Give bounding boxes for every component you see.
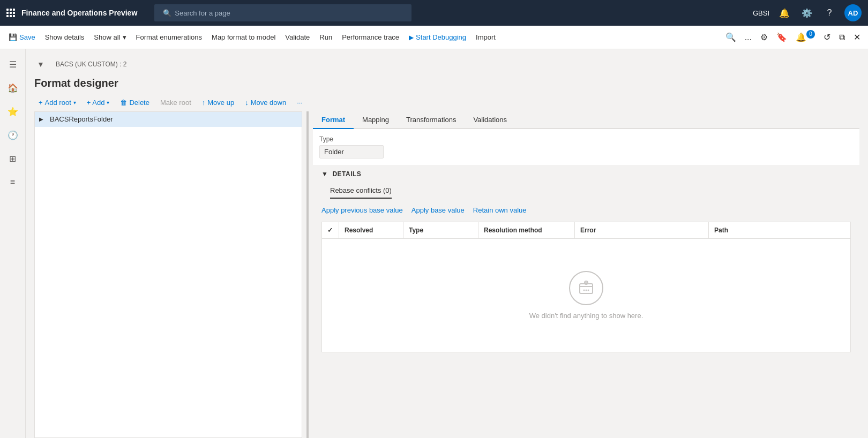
- search-box[interactable]: 🔍 Search for a page: [154, 4, 411, 21]
- tab-format[interactable]: Format: [313, 111, 354, 129]
- details-section: ▼ DETAILS Rebase conflicts (0) Apply pre…: [313, 165, 859, 438]
- move-down-icon: ↓: [245, 99, 249, 107]
- filter-icon[interactable]: ▼: [30, 54, 51, 75]
- show-all-button[interactable]: Show all ▾: [89, 30, 130, 44]
- panel-splitter[interactable]: [306, 111, 309, 438]
- type-label: Type: [319, 135, 853, 143]
- retain-own-value-button[interactable]: Retain own value: [473, 206, 527, 214]
- delete-button[interactable]: 🗑 Delete: [116, 96, 154, 109]
- notification-btn[interactable]: 🔔: [777, 5, 792, 20]
- popout-cmd-icon[interactable]: ⧉: [836, 29, 848, 46]
- type-value: Folder: [319, 145, 384, 158]
- add-button[interactable]: + Add ▾: [83, 96, 114, 109]
- tab-mapping[interactable]: Mapping: [354, 111, 398, 129]
- sidebar-workspaces-btn[interactable]: ⊞: [2, 148, 24, 169]
- show-all-chevron-icon: ▾: [123, 33, 126, 41]
- sidebar-home-btn[interactable]: 🏠: [2, 77, 24, 99]
- col-type: Type: [403, 222, 478, 238]
- move-up-icon: ↑: [202, 99, 206, 107]
- import-button[interactable]: Import: [472, 30, 500, 44]
- empty-state-icon: [569, 271, 603, 305]
- top-bar-right: GBSI 🔔 ⚙️ ? AD: [753, 4, 862, 21]
- tree-row[interactable]: ▶ BACSReportsFolder: [35, 112, 302, 127]
- col-resolved: Resolved: [339, 222, 403, 238]
- col-check: ✓: [322, 222, 339, 238]
- run-button[interactable]: Run: [315, 30, 336, 44]
- delete-icon: 🗑: [120, 99, 127, 107]
- svg-rect-0: [580, 284, 593, 293]
- add-root-button[interactable]: + Add root ▾: [34, 96, 80, 109]
- empty-state-text: We didn't find anything to show here.: [529, 312, 643, 320]
- notification-badge: 0: [806, 30, 815, 39]
- col-path: Path: [709, 222, 850, 238]
- details-title: DETAILS: [332, 170, 361, 178]
- search-icon: 🔍: [163, 9, 171, 17]
- app-title: Finance and Operations Preview: [21, 9, 137, 17]
- apply-base-value-button[interactable]: Apply base value: [411, 206, 465, 214]
- help-btn[interactable]: ?: [822, 5, 837, 20]
- tree-toggle-icon[interactable]: ▶: [39, 116, 48, 122]
- apply-previous-base-value-button[interactable]: Apply previous base value: [321, 206, 403, 214]
- more-cmd-button[interactable]: ...: [742, 29, 755, 46]
- format-enumerations-button[interactable]: Format enumerations: [132, 30, 207, 44]
- close-cmd-icon[interactable]: ✕: [850, 29, 864, 46]
- org-code: GBSI: [753, 9, 769, 17]
- save-button[interactable]: 💾 Save: [4, 30, 40, 44]
- more-toolbar-button[interactable]: ···: [293, 96, 307, 109]
- rebase-table: ✓ Resolved Type Resolution method Error …: [321, 222, 851, 352]
- split-panel: ▶ BACSReportsFolder Format Mapping Trans…: [26, 111, 868, 438]
- breadcrumb: BACS (UK CUSTOM) : 2: [56, 61, 126, 68]
- search-cmd-icon[interactable]: 🔍: [722, 29, 739, 46]
- svg-point-2: [583, 290, 585, 291]
- col-error: Error: [575, 222, 709, 238]
- show-details-button[interactable]: Show details: [41, 30, 89, 44]
- tab-transformations[interactable]: Transformations: [398, 111, 465, 129]
- validate-button[interactable]: Validate: [281, 30, 314, 44]
- top-bar: Finance and Operations Preview 🔍 Search …: [0, 0, 868, 26]
- settings-btn[interactable]: ⚙️: [799, 5, 814, 20]
- col-resolution-method: Resolution method: [478, 222, 575, 238]
- add-root-chevron-icon: ▾: [73, 100, 76, 105]
- user-avatar[interactable]: AD: [844, 4, 862, 21]
- left-sidebar: ☰ 🏠 ⭐ 🕐 ⊞ ≡: [0, 49, 26, 438]
- performance-trace-button[interactable]: Performance trace: [338, 30, 403, 44]
- svg-point-3: [586, 290, 587, 291]
- svg-point-4: [588, 290, 589, 291]
- tab-bar: Format Mapping Transformations Validatio…: [313, 111, 859, 129]
- start-debugging-button[interactable]: ▶ Start Debugging: [405, 30, 470, 44]
- main-layout: ☰ 🏠 ⭐ 🕐 ⊞ ≡ ▼ BACS (UK CUSTOM) : 2 Forma…: [0, 49, 868, 438]
- tab-validations[interactable]: Validations: [465, 111, 515, 129]
- format-toolbar: + Add root ▾ + Add ▾ 🗑 Delete Make root …: [26, 94, 868, 111]
- details-header: ▼ DETAILS: [313, 165, 859, 183]
- details-collapse-icon[interactable]: ▼: [321, 170, 328, 178]
- sidebar-modules-btn[interactable]: ≡: [2, 171, 24, 193]
- tree-node-label: BACSReportsFolder: [50, 115, 113, 123]
- sidebar-recent-btn[interactable]: 🕐: [2, 124, 24, 146]
- refresh-cmd-icon[interactable]: ↺: [820, 29, 834, 46]
- type-panel: Type Folder: [313, 129, 859, 165]
- page-title: Format designer: [26, 75, 868, 94]
- table-header: ✓ Resolved Type Resolution method Error …: [322, 222, 850, 239]
- search-placeholder: Search for a page: [175, 9, 230, 17]
- app-grid-icon[interactable]: [6, 9, 15, 17]
- rebase-conflicts-tab[interactable]: Rebase conflicts (0): [330, 183, 392, 199]
- move-up-button[interactable]: ↑ Move up: [198, 96, 238, 109]
- make-root-button[interactable]: Make root: [156, 96, 196, 109]
- add-root-plus-icon: +: [39, 99, 43, 107]
- command-bar: 💾 Save Show details Show all ▾ Format en…: [0, 26, 868, 49]
- save-icon: 💾: [9, 33, 17, 41]
- bookmark-cmd-icon[interactable]: 🔖: [773, 29, 790, 46]
- right-panel: Format Mapping Transformations Validatio…: [313, 111, 859, 438]
- table-empty-state: We didn't find anything to show here.: [322, 239, 850, 352]
- debug-icon: ▶: [409, 34, 414, 41]
- map-format-button[interactable]: Map format to model: [207, 30, 280, 44]
- content-area: ▼ BACS (UK CUSTOM) : 2 Format designer +…: [26, 49, 868, 438]
- sidebar-hamburger-btn[interactable]: ☰: [2, 54, 24, 75]
- tree-panel: ▶ BACSReportsFolder: [34, 111, 302, 438]
- sidebar-favorites-btn[interactable]: ⭐: [2, 101, 24, 122]
- settings-cmd-icon[interactable]: ⚙: [757, 29, 771, 46]
- move-down-button[interactable]: ↓ Move down: [241, 96, 290, 109]
- add-chevron-icon: ▾: [107, 100, 109, 105]
- action-links: Apply previous base value Apply base val…: [313, 203, 859, 217]
